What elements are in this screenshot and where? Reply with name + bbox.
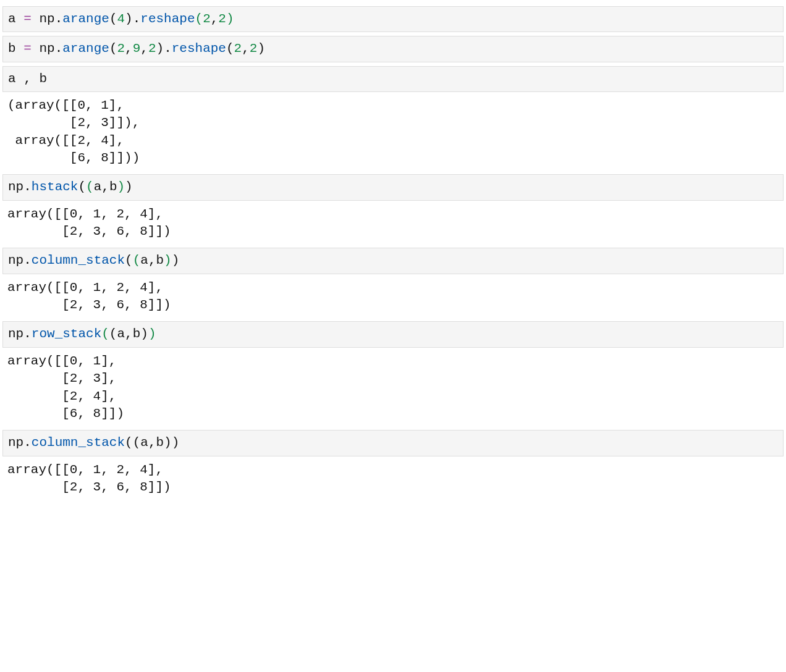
code-token: = — [23, 12, 32, 26]
code-input-cell[interactable]: np.column_stack((a,b)) — [2, 430, 784, 456]
code-token: ( — [101, 327, 109, 341]
code-token: a , b — [8, 72, 47, 86]
code-token: , — [242, 41, 250, 56]
code-token: ) — [148, 327, 156, 341]
code-token: ) — [125, 12, 133, 26]
code-token: ( — [78, 180, 86, 194]
code-token: ) — [257, 41, 265, 56]
code-token: reshape — [172, 41, 226, 56]
code-token: arange — [62, 12, 109, 26]
code-token: ( — [125, 253, 133, 267]
code-token: arange — [62, 41, 109, 56]
code-output-cell: array([[0, 1, 2, 4], [2, 3, 6, 8]]) — [2, 274, 784, 318]
code-token: ) — [226, 12, 234, 26]
code-token: 2 — [117, 41, 125, 56]
code-token: np — [32, 12, 55, 26]
code-token: ) — [172, 253, 180, 267]
code-token: . — [133, 12, 141, 26]
code-token: , — [211, 12, 219, 26]
code-token: ( — [133, 253, 141, 267]
code-token: hstack — [32, 180, 78, 194]
code-token: np — [32, 41, 55, 56]
code-token: 4 — [117, 12, 125, 26]
code-token: 9 — [133, 41, 141, 56]
code-token: 2 — [218, 12, 226, 26]
code-token: = — [23, 41, 32, 56]
code-token: ( — [109, 41, 117, 56]
code-input-cell[interactable]: np.hstack((a,b)) — [2, 174, 784, 200]
code-token: 2 — [250, 41, 258, 56]
code-token: ( — [195, 12, 203, 26]
code-token: . — [23, 180, 32, 194]
code-token: a,b — [94, 180, 117, 194]
code-output-cell: array([[0, 1], [2, 3], [2, 4], [6, 8]]) — [2, 348, 784, 426]
code-token: a,b — [117, 327, 140, 341]
code-token: ( — [109, 327, 117, 341]
code-output-cell: array([[0, 1, 2, 4], [2, 3, 6, 8]]) — [2, 456, 784, 500]
code-token: column_stack — [32, 435, 125, 450]
code-token: . — [23, 327, 32, 341]
code-token: ) — [140, 327, 148, 341]
code-token: ( — [226, 41, 234, 56]
code-input-cell[interactable]: np.column_stack((a,b)) — [2, 248, 784, 274]
code-token: . — [23, 253, 32, 267]
code-token: . — [23, 435, 32, 450]
code-output-cell: array([[0, 1, 2, 4], [2, 3, 6, 8]]) — [2, 201, 784, 245]
code-input-cell[interactable]: np.row_stack((a,b)) — [2, 321, 784, 347]
code-input-cell[interactable]: a , b — [2, 66, 784, 92]
code-token: . — [164, 41, 172, 56]
code-token: ) — [156, 41, 164, 56]
code-token: . — [55, 12, 63, 26]
code-token: ) — [164, 253, 172, 267]
code-output-cell: (array([[0, 1], [2, 3]]), array([[2, 4],… — [2, 92, 784, 170]
code-token: 2 — [148, 41, 156, 56]
code-token: ) — [117, 180, 125, 194]
code-token: np — [8, 435, 23, 450]
code-token: reshape — [140, 12, 195, 26]
code-token: (a,b) — [133, 435, 172, 450]
code-token: , — [140, 41, 148, 56]
code-token: 2 — [234, 41, 242, 56]
code-token: np — [8, 180, 23, 194]
code-token: column_stack — [32, 253, 125, 267]
code-token: 2 — [203, 12, 211, 26]
code-token: ) — [172, 435, 180, 450]
code-token: . — [55, 41, 63, 56]
code-token: ( — [86, 180, 94, 194]
code-token: ( — [109, 12, 117, 26]
code-token: , — [125, 41, 133, 56]
code-token: a,b — [140, 253, 164, 267]
code-token: a — [8, 12, 23, 26]
code-token: np — [8, 253, 23, 267]
code-token: b — [8, 41, 23, 56]
code-token: np — [8, 327, 23, 341]
code-input-cell[interactable]: a = np.arange(4).reshape(2,2) — [2, 6, 784, 32]
code-token: row_stack — [32, 327, 101, 341]
code-input-cell[interactable]: b = np.arange(2,9,2).reshape(2,2) — [2, 36, 784, 62]
code-token: ( — [125, 435, 133, 450]
code-token: ) — [125, 180, 133, 194]
